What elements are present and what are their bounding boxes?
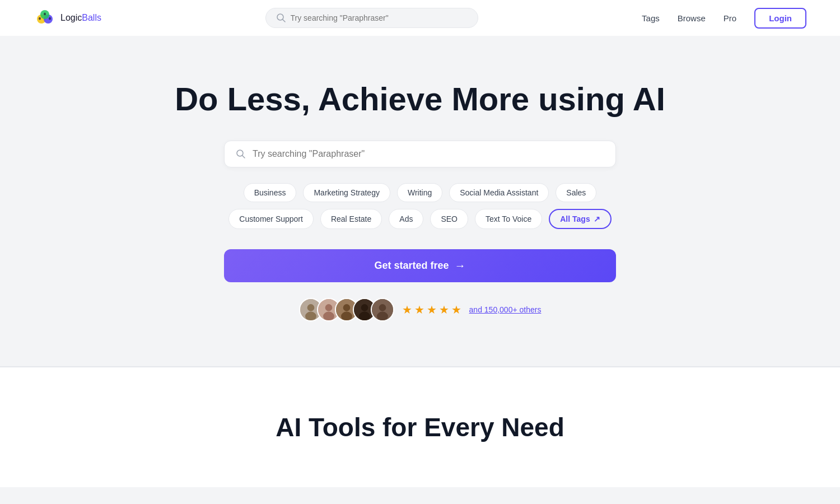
logo-icon [34, 7, 56, 29]
tag-ads[interactable]: Ads [389, 209, 423, 229]
star-rating: ★ ★ ★ ★ ★ [402, 303, 461, 316]
svg-point-24 [377, 311, 388, 320]
tag-sales[interactable]: Sales [556, 183, 596, 202]
svg-line-7 [282, 20, 285, 22]
tag-text-to-voice[interactable]: Text To Voice [475, 209, 542, 229]
tag-seo[interactable]: SEO [430, 209, 468, 229]
logo-text: LogicBalls [60, 13, 101, 23]
svg-point-14 [325, 304, 332, 311]
hero-search-icon [236, 149, 246, 159]
hero-search-input[interactable] [253, 149, 604, 159]
tag-social-media[interactable]: Social Media Assistant [449, 183, 549, 202]
hero-search-box[interactable] [224, 141, 616, 167]
hero-section: Do Less, Achieve More using AI Business … [0, 36, 840, 366]
avatar [371, 298, 394, 321]
tag-marketing-strategy[interactable]: Marketing Strategy [303, 183, 390, 202]
tag-real-estate[interactable]: Real Estate [320, 209, 382, 229]
get-started-button[interactable]: Get started free → [224, 249, 616, 282]
external-link-icon: ↗ [594, 214, 600, 223]
star-3: ★ [427, 303, 437, 316]
hero-title: Do Less, Achieve More using AI [175, 81, 665, 118]
svg-point-15 [323, 311, 334, 320]
svg-point-5 [44, 13, 46, 16]
svg-point-21 [359, 311, 370, 320]
logo[interactable]: LogicBalls [34, 7, 101, 29]
navbar-browse-link[interactable]: Browse [678, 13, 706, 23]
ai-tools-section: AI Tools for Every Need [0, 367, 840, 487]
star-2: ★ [414, 303, 424, 316]
star-4: ★ [439, 303, 449, 316]
tag-writing[interactable]: Writing [397, 183, 442, 202]
navbar-tags-link[interactable]: Tags [642, 13, 660, 23]
login-button[interactable]: Login [754, 8, 806, 29]
ai-tools-title: AI Tools for Every Need [276, 412, 564, 442]
svg-point-17 [343, 304, 350, 311]
svg-point-11 [307, 304, 314, 311]
svg-point-12 [305, 311, 316, 320]
avatar-group [299, 298, 394, 321]
svg-point-23 [379, 304, 386, 311]
tags-row: Business Marketing Strategy Writing Soci… [224, 183, 616, 229]
tag-all-tags[interactable]: All Tags ↗ [549, 209, 611, 229]
navbar-pro-link[interactable]: Pro [724, 13, 736, 23]
svg-point-3 [39, 17, 41, 20]
svg-point-20 [361, 304, 368, 311]
star-1: ★ [402, 303, 412, 316]
navbar-search[interactable] [265, 8, 478, 28]
star-5: ★ [451, 303, 461, 316]
navbar-search-icon [276, 13, 286, 23]
arrow-right-icon: → [455, 259, 466, 272]
tag-business[interactable]: Business [244, 183, 297, 202]
tag-customer-support[interactable]: Customer Support [228, 209, 314, 229]
social-proof: ★ ★ ★ ★ ★ and 150,000+ others [299, 298, 542, 321]
social-proof-text[interactable]: and 150,000+ others [469, 305, 542, 314]
navbar-search-input[interactable] [291, 13, 468, 22]
navbar: LogicBalls Tags Browse Pro Login [0, 0, 840, 36]
svg-point-18 [341, 311, 352, 320]
svg-line-9 [242, 155, 245, 158]
navbar-links: Tags Browse Pro Login [642, 8, 806, 29]
svg-point-4 [49, 17, 51, 20]
